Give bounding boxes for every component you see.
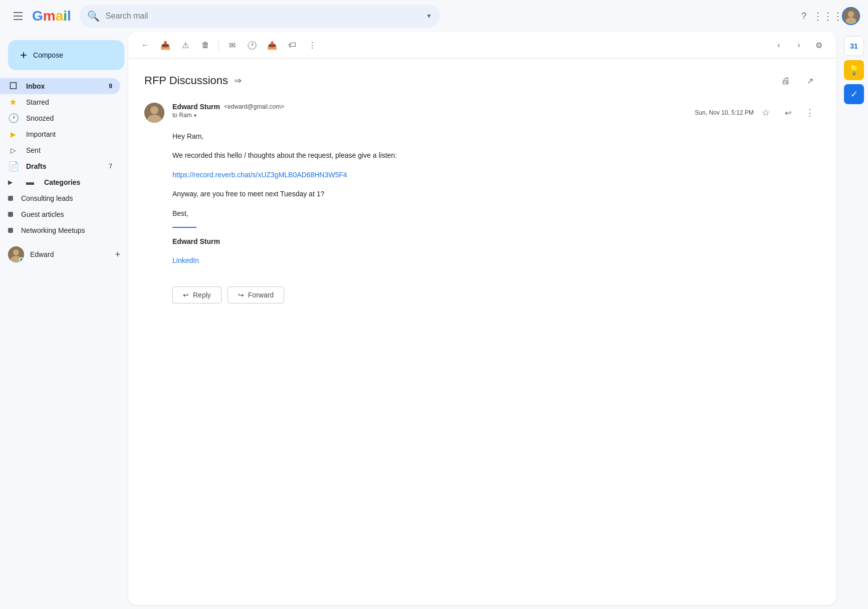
next-email-button[interactable]: ›: [790, 36, 808, 54]
search-bar[interactable]: 🔍 ▼: [79, 5, 440, 28]
prev-icon: ‹: [777, 41, 780, 50]
sidebar-item-inbox[interactable]: ☐ Inbox 9: [0, 78, 120, 94]
keep-button[interactable]: 💡: [844, 60, 864, 80]
print-button[interactable]: 🖨: [776, 71, 796, 91]
toolbar-separator-1: [219, 39, 219, 51]
snooze-icon: 🕐: [247, 41, 257, 50]
email-action-buttons: ↩ Reply ↪ Forward: [144, 274, 820, 316]
spam-button[interactable]: ⚠: [176, 36, 194, 54]
hamburger-menu[interactable]: [8, 6, 28, 26]
delete-button[interactable]: 🗑: [196, 36, 214, 54]
apps-grid-icon: ⋮⋮⋮: [813, 10, 843, 22]
avatar-image: [843, 7, 859, 25]
back-button[interactable]: ←: [136, 36, 154, 54]
sidebar-item-important[interactable]: ▶ Important: [0, 126, 120, 142]
user-section[interactable]: Edward +: [0, 242, 128, 266]
to-dropdown-icon[interactable]: ▾: [194, 113, 196, 118]
email-divider: [172, 227, 196, 228]
inbox-count: 9: [109, 83, 112, 90]
sent-label: Sent: [26, 146, 112, 154]
sidebar-item-snoozed[interactable]: 🕐 Snoozed: [0, 110, 120, 126]
to-line[interactable]: to Ram ▾: [172, 112, 687, 119]
right-panel: 31 💡 ✓: [840, 32, 868, 609]
starred-icon: ★: [8, 97, 18, 108]
important-icon: ▶: [8, 130, 18, 138]
more-icon: ⋮: [308, 41, 316, 50]
sidebar-item-starred[interactable]: ★ Starred: [0, 94, 120, 110]
more-options-icon: ⋮: [805, 107, 814, 118]
sender-info: Edward Sturm <edward@gmail.com> to Ram ▾: [172, 103, 687, 119]
snooze-subject-icon[interactable]: ⇒: [234, 75, 242, 86]
help-icon: ?: [801, 11, 806, 22]
sender-name: Edward Sturm: [172, 103, 220, 111]
svg-point-2: [845, 18, 856, 25]
open-new-icon: ↗: [807, 76, 813, 86]
email-content-area: ← 📥 ⚠ 🗑 ✉ 🕐 📤: [128, 32, 836, 605]
calendar-icon: 31: [850, 42, 858, 50]
prev-email-button[interactable]: ‹: [770, 36, 788, 54]
categories-label: Categories: [44, 178, 80, 186]
email-date: Sun, Nov 10, 5:12 PM: [695, 109, 754, 116]
more-options-button[interactable]: ⋮: [800, 103, 820, 123]
add-user-button[interactable]: +: [115, 249, 120, 260]
linkedin-link[interactable]: LinkedIn: [172, 256, 199, 264]
forward-arrow-icon: ↪: [238, 291, 244, 299]
user-avatar-small: [8, 246, 24, 262]
categories-header[interactable]: ▶ ▬ Categories: [0, 174, 120, 190]
labels-button[interactable]: 🏷: [283, 36, 301, 54]
apps-button[interactable]: ⋮⋮⋮: [818, 6, 838, 26]
sent-icon: ▷: [8, 146, 18, 154]
svg-point-7: [150, 106, 158, 114]
keep-icon: 💡: [848, 65, 859, 76]
reply-inline-icon: ↩: [785, 108, 791, 118]
svg-point-4: [13, 249, 19, 255]
search-input[interactable]: [106, 12, 420, 21]
sidebar-item-sent[interactable]: ▷ Sent: [0, 142, 120, 158]
sender-avatar: [144, 103, 164, 123]
networking-meetups-label: Networking Meetups: [21, 226, 85, 234]
sidebar-item-consulting-leads[interactable]: Consulting leads: [0, 190, 120, 206]
email-subject-line: RFP Discussions ⇒ 🖨 ↗: [144, 71, 820, 91]
more-button[interactable]: ⋮: [303, 36, 321, 54]
email-link[interactable]: https://record.reverb.chat/s/xUZ3gMLB0AD…: [172, 171, 347, 179]
star-icon: ☆: [762, 107, 770, 118]
online-indicator: [19, 257, 24, 262]
email-body-line2: Anyway, are you free to meet next Tuesda…: [172, 188, 820, 199]
settings-button[interactable]: ⚙: [810, 36, 828, 54]
starred-label: Starred: [26, 98, 112, 106]
star-button[interactable]: ☆: [756, 103, 776, 123]
email-message-header: Edward Sturm <edward@gmail.com> to Ram ▾…: [144, 103, 820, 123]
forward-button-main[interactable]: ↪ Forward: [228, 286, 284, 303]
settings-icon: ⚙: [815, 41, 822, 50]
snooze-button[interactable]: 🕐: [243, 36, 261, 54]
sidebar-item-guest-articles[interactable]: Guest articles: [0, 206, 120, 222]
archive-icon: 📥: [160, 41, 170, 50]
move-to-icon: 📤: [267, 41, 277, 50]
email-body: Hey Ram, We recorded this hello / though…: [144, 131, 820, 266]
reply-button[interactable]: ↩: [778, 103, 798, 123]
open-in-new-button[interactable]: ↗: [800, 71, 820, 91]
compose-button[interactable]: + Compose: [8, 40, 124, 70]
user-avatar[interactable]: [842, 7, 860, 25]
delete-icon: 🗑: [201, 41, 209, 50]
inbox-label: Inbox: [26, 82, 101, 90]
move-to-button[interactable]: 📤: [263, 36, 281, 54]
search-dropdown-icon[interactable]: ▼: [426, 13, 432, 20]
mark-unread-button[interactable]: ✉: [223, 36, 241, 54]
reply-button-main[interactable]: ↩ Reply: [172, 286, 222, 303]
email-view: RFP Discussions ⇒ 🖨 ↗: [128, 59, 836, 605]
tasks-button[interactable]: ✓: [844, 84, 864, 104]
guest-articles-dot: [8, 212, 13, 217]
categories-arrow-icon: ▶: [8, 179, 18, 186]
sidebar-item-drafts[interactable]: 📄 Drafts 7: [0, 158, 120, 174]
spam-icon: ⚠: [182, 41, 189, 50]
sidebar-item-networking-meetups[interactable]: Networking Meetups: [0, 222, 120, 238]
to-label: to Ram: [172, 112, 192, 119]
calendar-button[interactable]: 31: [844, 36, 864, 56]
drafts-count: 7: [109, 163, 112, 170]
help-button[interactable]: ?: [794, 6, 814, 26]
drafts-label: Drafts: [26, 162, 101, 170]
archive-button[interactable]: 📥: [156, 36, 174, 54]
subject-actions: 🖨 ↗: [776, 71, 820, 91]
drafts-icon: 📄: [8, 161, 18, 172]
